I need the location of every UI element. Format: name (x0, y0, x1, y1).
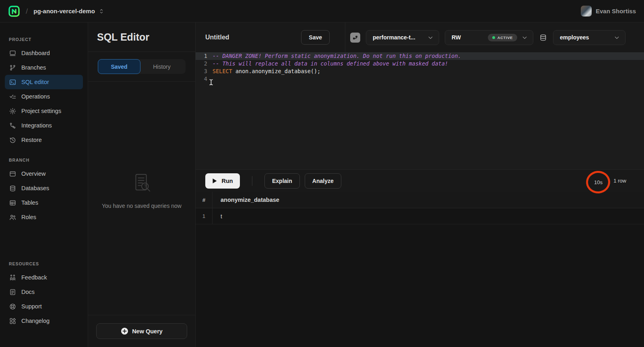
sidebar-item-label: Integrations (21, 122, 52, 129)
query-duration: 10s (594, 179, 603, 185)
plus-circle-icon (121, 327, 128, 335)
results-header-index: # (196, 192, 213, 208)
sidebar-item-tables[interactable]: Tables (5, 195, 83, 210)
query-title-bar: Untitled Save (196, 23, 345, 52)
compute-icon[interactable] (350, 33, 360, 43)
sql-token-plain: anon.anonymize_database(); (232, 68, 320, 74)
code-line[interactable]: 4 (196, 75, 644, 83)
results-row-index: 1 (196, 208, 213, 224)
sql-code-editor[interactable]: 1-- DANGER ZONE! Perform static anonymiz… (196, 52, 644, 169)
sidebar-item-changelog[interactable]: Changelog (5, 314, 83, 328)
sidebar-item-label: SQL editor (21, 79, 49, 85)
support-icon (9, 303, 17, 310)
sidebar-item-overview[interactable]: Overview (5, 166, 83, 181)
editor-pane: Untitled Save performance-t... (196, 23, 644, 347)
endpoint-status-text: ACTIVE (497, 35, 513, 40)
save-button[interactable]: Save (301, 30, 330, 45)
user-menu[interactable]: Evan Shortiss (581, 6, 636, 16)
database-select[interactable]: employees (553, 30, 625, 45)
code-line[interactable]: 2-- This will replace all data in column… (196, 60, 644, 68)
results-cell: t (213, 208, 644, 224)
sidebar-item-support[interactable]: Support (5, 299, 83, 314)
restore-icon (9, 136, 17, 144)
line-number[interactable]: 3 (196, 68, 213, 75)
project-switcher-icon[interactable] (98, 8, 105, 14)
new-query-label: New Query (132, 328, 163, 335)
code-line[interactable]: 1-- DANGER ZONE! Perform static anonymiz… (196, 52, 644, 60)
sidebar-item-label: Changelog (21, 318, 50, 324)
sql-editor-icon (9, 78, 17, 86)
endpoint-status-badge: ACTIVE (488, 34, 517, 41)
branch-select[interactable]: performance-t... (366, 30, 439, 45)
breadcrumb-separator: / (26, 7, 28, 16)
queries-panel: SQL Editor SavedHistory ? You have no sa… (88, 23, 196, 347)
neon-logo-icon[interactable] (8, 5, 20, 17)
tab-history[interactable]: History (140, 59, 183, 74)
query-stats: 10s 1 row (586, 170, 626, 192)
line-number[interactable]: 2 (196, 60, 213, 68)
sidebar-item-label: Restore (21, 137, 42, 143)
sidebar-item-integrations[interactable]: Integrations (5, 118, 83, 133)
sql-token-comment: -- This will replace all data in columns… (213, 60, 448, 67)
svg-text:?: ? (144, 184, 146, 189)
chevron-down-icon (613, 34, 620, 41)
empty-state: ? You have no saved queries now (88, 82, 195, 315)
text-cursor-pointer (208, 79, 214, 86)
queries-tabs-wrap: SavedHistory (88, 52, 195, 82)
integrations-icon (9, 122, 17, 129)
overview-icon (9, 170, 17, 178)
sql-token-comment: -- DANGER ZONE! Perform static anonymiza… (213, 53, 461, 59)
page-title: SQL Editor (97, 31, 149, 43)
sidebar-item-project-settings[interactable]: Project settings (5, 104, 83, 118)
sidebar-item-sql-editor[interactable]: SQL editor (5, 75, 83, 89)
sidebar-item-feedback[interactable]: Feedback (5, 270, 83, 285)
context-selectors: performance-t... RW ACTIVE (345, 23, 644, 52)
line-number[interactable]: 1 (196, 52, 213, 60)
project-settings-icon (9, 107, 17, 115)
sidebar-item-branches[interactable]: Branches (5, 60, 83, 75)
sidebar-item-label: Databases (21, 185, 49, 191)
sidebar-item-operations[interactable]: Operations (5, 89, 83, 104)
user-avatar (581, 6, 592, 16)
sidebar-item-label: Roles (21, 214, 36, 220)
sidebar-item-docs[interactable]: Docs (5, 285, 83, 299)
run-button[interactable]: Run (205, 173, 240, 189)
results-row[interactable]: 1t (196, 208, 644, 224)
toolbar-divider (252, 176, 252, 186)
operations-icon (9, 93, 17, 101)
sidebar-item-dashboard[interactable]: Dashboard (5, 46, 83, 60)
sidebar-item-label: Operations (21, 93, 50, 100)
changelog-icon (9, 317, 17, 325)
sidebar-item-label: Overview (21, 170, 45, 177)
results-header-column[interactable]: anonymize_database (213, 192, 644, 208)
tables-icon (9, 199, 17, 207)
results-header-row: #anonymize_database (196, 192, 644, 208)
queries-panel-header: SQL Editor (88, 23, 195, 52)
sidebar-item-restore[interactable]: Restore (5, 133, 83, 147)
run-toolbar: Run Explain Analyze 10s 1 row (196, 169, 644, 192)
sidebar-item-databases[interactable]: Databases (5, 181, 83, 195)
red-circle-annotation: 10s (585, 170, 611, 194)
code-line[interactable]: 3SELECT anon.anonymize_database(); (196, 68, 644, 75)
database-icon (539, 33, 547, 42)
code-text: SELECT anon.anonymize_database(); (213, 68, 320, 75)
sidebar-section-label: BRANCH (5, 158, 83, 162)
new-query-button[interactable]: New Query (96, 323, 187, 339)
dashboard-icon (9, 49, 17, 57)
empty-state-text: You have no saved queries now (102, 203, 182, 209)
branch-select-value: performance-t... (373, 34, 415, 41)
endpoint-select[interactable]: RW ACTIVE (445, 30, 533, 45)
section-spacer (5, 224, 83, 261)
queries-tabs: SavedHistory (98, 59, 186, 74)
sidebar-item-label: Tables (21, 199, 38, 206)
results-table: #anonymize_database1t (196, 192, 644, 347)
explain-button[interactable]: Explain (264, 173, 300, 189)
breadcrumb-project-name[interactable]: pg-anon-vercel-demo (33, 8, 95, 14)
tab-saved[interactable]: Saved (98, 59, 140, 74)
sidebar-section-label: PROJECT (5, 37, 83, 42)
query-title[interactable]: Untitled (205, 34, 229, 41)
databases-icon (9, 185, 17, 192)
analyze-button[interactable]: Analyze (305, 173, 341, 189)
sidebar-item-label: Project settings (21, 108, 61, 114)
sidebar-item-roles[interactable]: Roles (5, 210, 83, 224)
